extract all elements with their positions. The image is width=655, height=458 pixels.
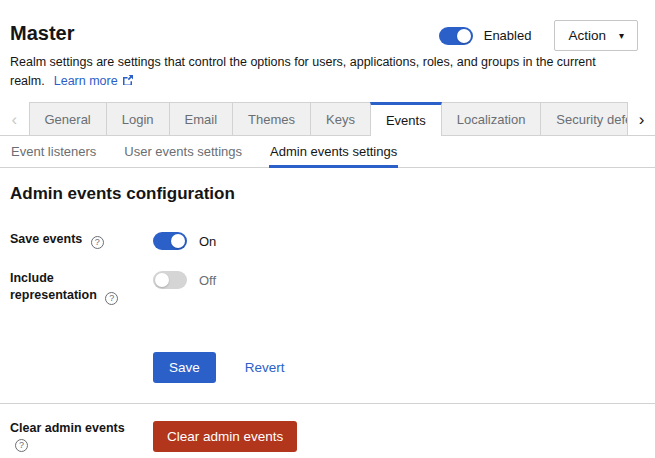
include-representation-control: Off — [153, 270, 216, 289]
subtab-label: User events settings — [124, 144, 242, 159]
save-events-control: On — [153, 231, 216, 250]
realm-settings-tab-bar: ‹ General Login Email Themes Keys Events… — [0, 102, 655, 136]
realm-enabled-toggle[interactable] — [439, 27, 473, 45]
events-subtab-bar: Event listeners User events settings Adm… — [0, 136, 655, 168]
learn-more-label: Learn more — [54, 74, 118, 88]
save-events-label: Save events — [10, 232, 82, 246]
save-button[interactable]: Save — [153, 352, 216, 383]
caret-down-icon: ▾ — [619, 31, 624, 41]
tab-security-defenses[interactable]: Security defens — [540, 102, 628, 136]
save-events-label-group: Save events ? — [10, 231, 143, 249]
external-link-icon — [122, 74, 134, 86]
tab-label: Events — [386, 113, 426, 128]
toggle-knob — [155, 273, 169, 287]
tab-label: Themes — [248, 112, 295, 127]
tab-label: Keys — [326, 112, 355, 127]
clear-admin-events-row: Clear admin events ? Clear admin events — [10, 421, 639, 452]
subtab-label: Event listeners — [11, 144, 96, 159]
include-representation-label-group: Include representation ? — [10, 270, 143, 305]
help-icon[interactable]: ? — [15, 439, 28, 452]
save-events-state: On — [199, 234, 216, 249]
include-representation-row: Include representation ? Off — [10, 270, 639, 305]
header-controls: Enabled Action ▾ — [439, 20, 638, 51]
tab-general[interactable]: General — [29, 102, 107, 136]
chevron-right-icon: › — [639, 111, 645, 128]
form-actions: Save Revert — [143, 352, 639, 383]
realm-description: Realm settings are settings that control… — [10, 53, 630, 91]
tab-localization[interactable]: Localization — [441, 102, 542, 136]
tab-label: Login — [122, 112, 154, 127]
help-icon[interactable]: ? — [105, 292, 118, 305]
include-representation-state: Off — [199, 273, 216, 288]
tab-label: Security defens — [556, 112, 628, 127]
subtab-admin-events-settings[interactable]: Admin events settings — [269, 136, 398, 168]
help-icon[interactable]: ? — [91, 236, 104, 249]
page-header: Master Enabled Action ▾ Realm settings a… — [0, 0, 655, 91]
tab-label: Localization — [457, 112, 526, 127]
tab-scroll-right-button[interactable]: › — [628, 102, 655, 136]
chevron-left-icon: ‹ — [11, 111, 17, 128]
subtab-user-events-settings[interactable]: User events settings — [123, 136, 243, 168]
learn-more-link[interactable]: Learn more — [54, 74, 134, 88]
toggle-knob — [457, 29, 471, 43]
tab-themes[interactable]: Themes — [232, 102, 311, 136]
subtab-label: Admin events settings — [270, 144, 397, 159]
clear-admin-events-label: Clear admin events — [10, 421, 125, 435]
include-representation-toggle[interactable] — [153, 271, 187, 289]
action-dropdown-label: Action — [568, 28, 606, 43]
save-events-toggle[interactable] — [153, 232, 187, 250]
tab-keys[interactable]: Keys — [310, 102, 371, 136]
section-divider — [0, 403, 655, 404]
subtab-event-listeners[interactable]: Event listeners — [10, 136, 97, 168]
admin-events-panel: Admin events configuration Save events ?… — [0, 183, 655, 452]
save-events-row: Save events ? On — [10, 231, 639, 250]
clear-admin-events-button[interactable]: Clear admin events — [153, 421, 297, 452]
include-representation-label: Include representation — [10, 271, 97, 302]
tab-login[interactable]: Login — [106, 102, 170, 136]
section-title: Admin events configuration — [10, 183, 639, 205]
tab-email[interactable]: Email — [169, 102, 234, 136]
admin-events-form: Save events ? On Include representation … — [10, 231, 639, 383]
realm-settings-page: Master Enabled Action ▾ Realm settings a… — [0, 0, 655, 458]
clear-admin-events-label-group: Clear admin events ? — [10, 421, 143, 452]
tab-scroll-left-button[interactable]: ‹ — [0, 102, 29, 136]
action-dropdown-button[interactable]: Action ▾ — [554, 20, 638, 51]
tab-label: Email — [185, 112, 218, 127]
enabled-label: Enabled — [484, 28, 532, 43]
tab-events[interactable]: Events — [370, 102, 442, 136]
tab-label: General — [45, 112, 91, 127]
toggle-knob — [171, 234, 185, 248]
revert-link[interactable]: Revert — [245, 360, 285, 375]
